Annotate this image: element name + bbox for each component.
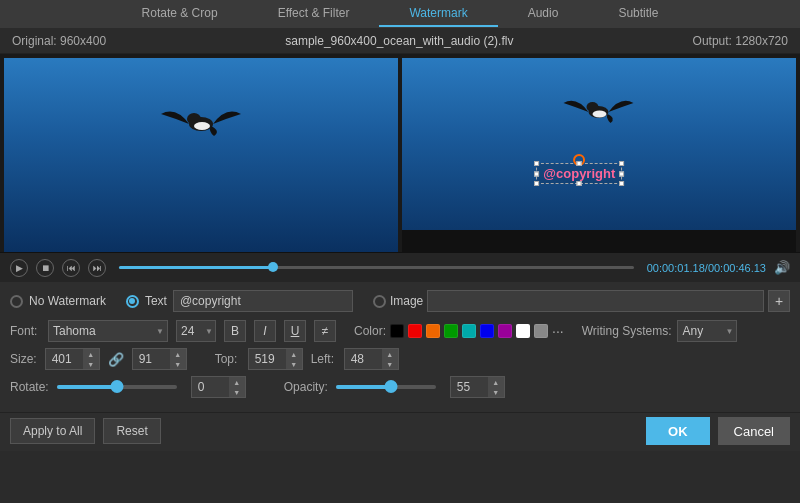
original-video-panel bbox=[4, 58, 398, 252]
watermark-text-overlay[interactable]: @copyright bbox=[536, 163, 622, 184]
next-button[interactable]: ⏭ bbox=[88, 259, 106, 277]
color-teal[interactable] bbox=[462, 324, 476, 338]
add-image-button[interactable]: + bbox=[768, 290, 790, 312]
prev-button[interactable]: ⏮ bbox=[62, 259, 80, 277]
watermark-corner-br[interactable] bbox=[619, 181, 624, 186]
no-watermark-group[interactable]: No Watermark bbox=[10, 294, 106, 308]
volume-icon[interactable]: 🔊 bbox=[774, 260, 790, 275]
italic-button[interactable]: I bbox=[254, 320, 276, 342]
font-size-select[interactable]: 24 bbox=[176, 320, 216, 342]
size-width-down[interactable]: ▼ bbox=[83, 359, 99, 369]
tab-rotate-crop[interactable]: Rotate & Crop bbox=[112, 1, 248, 27]
seek-progress bbox=[119, 266, 273, 269]
tab-watermark[interactable]: Watermark bbox=[379, 1, 497, 27]
ok-button[interactable]: OK bbox=[646, 417, 710, 445]
tab-audio[interactable]: Audio bbox=[498, 1, 589, 27]
right-panel-bottom-bar bbox=[402, 230, 796, 252]
size-select-wrapper: 24 bbox=[176, 320, 216, 342]
left-up[interactable]: ▲ bbox=[382, 349, 398, 359]
rotate-down[interactable]: ▼ bbox=[229, 387, 245, 397]
left-spinner[interactable]: ▲ ▼ bbox=[382, 349, 398, 369]
seek-bar[interactable] bbox=[119, 266, 634, 269]
rotate-up[interactable]: ▲ bbox=[229, 377, 245, 387]
writing-systems-label: Writing Systems: bbox=[582, 324, 672, 338]
rotate-slider-fill bbox=[57, 385, 117, 389]
opacity-down[interactable]: ▼ bbox=[488, 387, 504, 397]
watermark-corner-ml[interactable] bbox=[534, 171, 539, 176]
watermark-type-row: No Watermark Text Image + bbox=[10, 290, 790, 312]
ws-select-wrapper: Any bbox=[677, 320, 737, 342]
left-down[interactable]: ▼ bbox=[382, 359, 398, 369]
apply-to-all-button[interactable]: Apply to All bbox=[10, 418, 95, 444]
opacity-up[interactable]: ▲ bbox=[488, 377, 504, 387]
image-watermark-input[interactable] bbox=[427, 290, 764, 312]
watermark-corner-bl[interactable] bbox=[534, 181, 539, 186]
opacity-label: Opacity: bbox=[284, 380, 328, 394]
text-watermark-radio[interactable] bbox=[126, 295, 139, 308]
top-wrapper: ▲ ▼ bbox=[248, 348, 303, 370]
output-resolution: Output: 1280x720 bbox=[693, 34, 788, 48]
font-select[interactable]: Tahoma bbox=[48, 320, 168, 342]
text-watermark-input[interactable] bbox=[173, 290, 353, 312]
image-watermark-radio[interactable] bbox=[373, 295, 386, 308]
tab-subtitle[interactable]: Subtitle bbox=[588, 1, 688, 27]
playback-bar: ▶ ⏹ ⏮ ⏭ 00:00:01.18/00:00:46.13 🔊 bbox=[0, 252, 800, 282]
color-green[interactable] bbox=[444, 324, 458, 338]
underline-button[interactable]: U bbox=[284, 320, 306, 342]
size-width-spinner[interactable]: ▲ ▼ bbox=[83, 349, 99, 369]
color-label: Color: bbox=[354, 324, 386, 338]
no-watermark-radio[interactable] bbox=[10, 295, 23, 308]
top-spinner[interactable]: ▲ ▼ bbox=[286, 349, 302, 369]
size-row: Size: ▲ ▼ 🔗 ▲ ▼ Top: ▲ ▼ Left: bbox=[10, 348, 790, 370]
color-black[interactable] bbox=[390, 324, 404, 338]
color-gray[interactable] bbox=[534, 324, 548, 338]
watermark-corner-mr[interactable] bbox=[619, 171, 624, 176]
font-label: Font: bbox=[10, 324, 40, 338]
size-height-up[interactable]: ▲ bbox=[170, 349, 186, 359]
opacity-slider-thumb[interactable] bbox=[384, 380, 397, 393]
writing-systems-select[interactable]: Any bbox=[677, 320, 737, 342]
seek-thumb[interactable] bbox=[268, 262, 278, 272]
color-purple[interactable] bbox=[498, 324, 512, 338]
text-watermark-label: Text bbox=[145, 294, 167, 308]
controls-area: No Watermark Text Image + Font: Tahoma 2… bbox=[0, 282, 800, 412]
svg-point-4 bbox=[587, 102, 599, 112]
top-up[interactable]: ▲ bbox=[286, 349, 302, 359]
current-time: 00:00:01.18 bbox=[647, 262, 705, 274]
link-icon[interactable]: 🔗 bbox=[108, 352, 124, 367]
top-label: Top: bbox=[215, 352, 240, 366]
rotate-slider-thumb[interactable] bbox=[110, 380, 123, 393]
color-white[interactable] bbox=[516, 324, 530, 338]
watermark-corner-tr[interactable] bbox=[619, 161, 624, 166]
stop-button[interactable]: ⏹ bbox=[36, 259, 54, 277]
reset-button[interactable]: Reset bbox=[103, 418, 160, 444]
watermark-text: @copyright bbox=[543, 166, 615, 181]
color-red[interactable] bbox=[408, 324, 422, 338]
writing-systems-section: Writing Systems: Any bbox=[582, 320, 738, 342]
cancel-button[interactable]: Cancel bbox=[718, 417, 790, 445]
left-label: Left: bbox=[311, 352, 336, 366]
size-width-up[interactable]: ▲ bbox=[83, 349, 99, 359]
rotate-slider-track[interactable] bbox=[57, 385, 177, 389]
more-colors-button[interactable]: ··· bbox=[552, 324, 564, 338]
size-height-wrapper: ▲ ▼ bbox=[132, 348, 187, 370]
watermark-corner-tl[interactable] bbox=[534, 161, 539, 166]
strikethrough-button[interactable]: ≠ bbox=[314, 320, 336, 342]
play-button[interactable]: ▶ bbox=[10, 259, 28, 277]
size-height-down[interactable]: ▼ bbox=[170, 359, 186, 369]
top-down[interactable]: ▼ bbox=[286, 359, 302, 369]
opacity-slider-track[interactable] bbox=[336, 385, 436, 389]
watermark-corner-bm[interactable] bbox=[577, 181, 582, 186]
rotate-spinner[interactable]: ▲ ▼ bbox=[229, 377, 245, 397]
color-section: Color: ··· bbox=[354, 324, 564, 338]
text-watermark-group[interactable]: Text bbox=[126, 290, 353, 312]
image-watermark-section: Image + bbox=[373, 290, 790, 312]
opacity-spinner[interactable]: ▲ ▼ bbox=[488, 377, 504, 397]
font-row: Font: Tahoma 24 B I U ≠ Color: ··· bbox=[10, 320, 790, 342]
bold-button[interactable]: B bbox=[224, 320, 246, 342]
color-blue[interactable] bbox=[480, 324, 494, 338]
tab-effect-filter[interactable]: Effect & Filter bbox=[248, 1, 380, 27]
size-height-spinner[interactable]: ▲ ▼ bbox=[170, 349, 186, 369]
watermark-corner-tm[interactable] bbox=[577, 161, 582, 166]
color-orange[interactable] bbox=[426, 324, 440, 338]
